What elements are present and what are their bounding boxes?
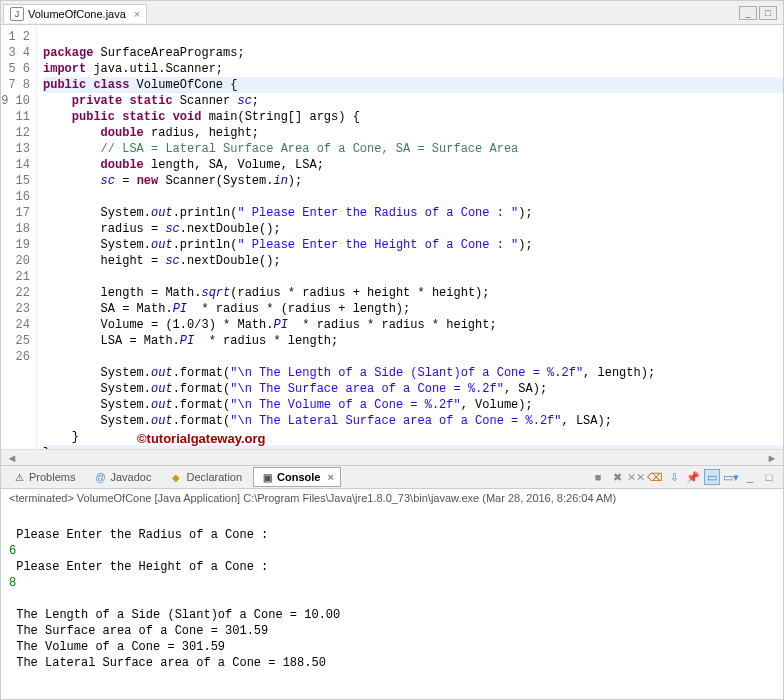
console-icon: ▣ bbox=[260, 470, 274, 484]
tab-declaration-label: Declaration bbox=[186, 471, 242, 483]
tab-problems[interactable]: ⚠ Problems bbox=[5, 467, 82, 487]
console-output[interactable]: Please Enter the Radius of a Cone : 6 Pl… bbox=[1, 507, 783, 699]
editor-tab[interactable]: J VolumeOfCone.java × bbox=[3, 4, 147, 23]
scroll-lock-icon[interactable]: ⇩ bbox=[666, 469, 682, 485]
maximize-button[interactable]: □ bbox=[759, 6, 777, 20]
editor-pane: 1 2 3 4 5 6 7 8 9 10 11 12 13 14 15 16 1… bbox=[1, 25, 783, 449]
tab-declaration[interactable]: ◆ Declaration bbox=[162, 467, 249, 487]
tab-javadoc-label: Javadoc bbox=[110, 471, 151, 483]
console-toolbar: ■ ✖ ⨯⨯ ⌫ ⇩ 📌 ▭ ▭▾ _ □ bbox=[590, 469, 783, 485]
problems-icon: ⚠ bbox=[12, 470, 26, 484]
console-header: <terminated> VolumeOfCone [Java Applicat… bbox=[1, 489, 783, 507]
code-area[interactable]: package SurfaceAreaPrograms; import java… bbox=[37, 25, 783, 449]
tab-javadoc[interactable]: @ Javadoc bbox=[86, 467, 158, 487]
tab-close-icon[interactable]: × bbox=[134, 8, 140, 20]
minimize-view-icon[interactable]: _ bbox=[742, 469, 758, 485]
display-selected-icon[interactable]: ▭ bbox=[704, 469, 720, 485]
watermark: ©tutorialgateway.org bbox=[137, 431, 266, 447]
editor-tab-label: VolumeOfCone.java bbox=[28, 8, 126, 20]
java-file-icon: J bbox=[10, 7, 24, 21]
tab-console-close[interactable]: × bbox=[328, 471, 334, 483]
clear-console-icon[interactable]: ⌫ bbox=[647, 469, 663, 485]
minimize-button[interactable]: _ bbox=[739, 6, 757, 20]
maximize-view-icon[interactable]: □ bbox=[761, 469, 777, 485]
editor-tab-bar: J VolumeOfCone.java × _ □ bbox=[1, 1, 783, 25]
pin-console-icon[interactable]: 📌 bbox=[685, 469, 701, 485]
tab-problems-label: Problems bbox=[29, 471, 75, 483]
line-gutter: 1 2 3 4 5 6 7 8 9 10 11 12 13 14 15 16 1… bbox=[1, 25, 37, 449]
tab-console[interactable]: ▣ Console × bbox=[253, 467, 341, 487]
remove-all-icon[interactable]: ⨯⨯ bbox=[628, 469, 644, 485]
javadoc-icon: @ bbox=[93, 470, 107, 484]
declaration-icon: ◆ bbox=[169, 470, 183, 484]
remove-launch-icon[interactable]: ✖ bbox=[609, 469, 625, 485]
view-tabs: ⚠ Problems @ Javadoc ◆ Declaration ▣ Con… bbox=[1, 465, 783, 489]
horizontal-scrollbar[interactable]: ◄ ► bbox=[1, 449, 783, 465]
open-console-icon[interactable]: ▭▾ bbox=[723, 469, 739, 485]
console-pane: <terminated> VolumeOfCone [Java Applicat… bbox=[1, 489, 783, 699]
scroll-right-icon[interactable]: ► bbox=[765, 452, 779, 464]
scroll-left-icon[interactable]: ◄ bbox=[5, 452, 19, 464]
terminate-icon[interactable]: ■ bbox=[590, 469, 606, 485]
window-controls: _ □ bbox=[739, 6, 783, 20]
tab-console-label: Console bbox=[277, 471, 320, 483]
